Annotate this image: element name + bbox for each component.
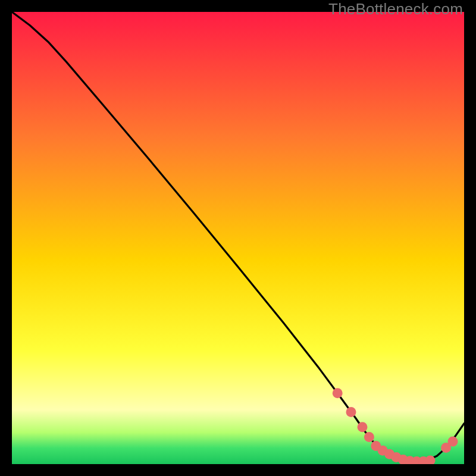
marker-dot <box>448 437 458 447</box>
marker-dot <box>346 407 356 417</box>
bottleneck-chart <box>12 12 464 464</box>
marker-dot <box>333 388 343 398</box>
gradient-background <box>12 12 464 464</box>
marker-dot <box>364 432 374 442</box>
marker-dot <box>358 422 368 432</box>
chart-frame <box>12 12 464 464</box>
watermark-text: TheBottleneck.com <box>328 0 463 18</box>
